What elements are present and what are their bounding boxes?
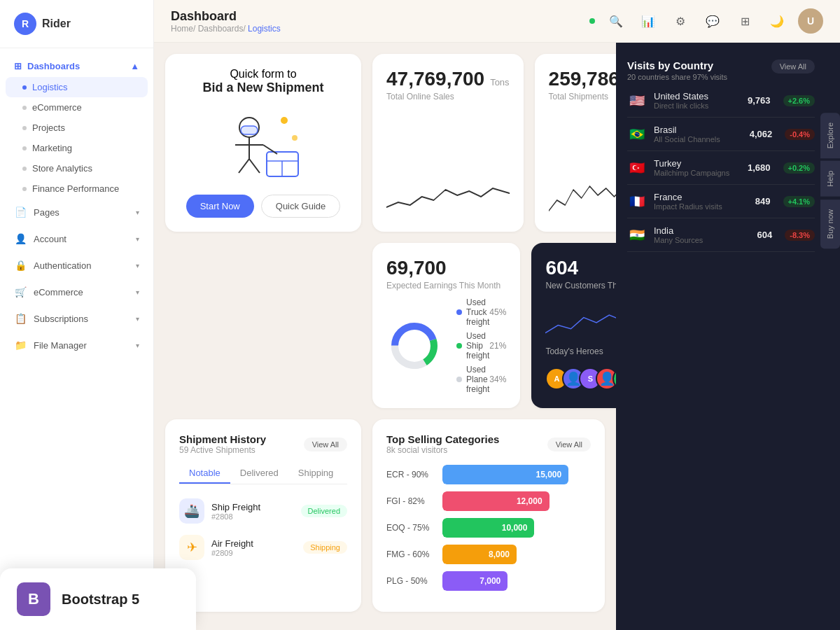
file-manager-icon: 📁 (14, 339, 27, 351)
shipment-tabs: Notable Delivered Shipping (179, 463, 347, 484)
bar-container-2: 12,000 (442, 491, 591, 511)
us-name: United States (654, 91, 741, 102)
visits-title: Visits by Country (627, 59, 727, 71)
shipment-illustration (214, 106, 312, 183)
sidebar-section-dashboards[interactable]: ⊞ Dashboards ▲ (0, 55, 153, 77)
sidebar-item-projects[interactable]: Projects (0, 118, 153, 138)
explore-tab[interactable]: Explore (820, 113, 840, 158)
tab-notable[interactable]: Notable (179, 463, 230, 484)
pages-icon: 📄 (14, 206, 27, 218)
country-row-in: 🇮🇳 India Many Sources 604 -8.3% (627, 218, 815, 252)
shipments-chart (549, 110, 616, 218)
in-visits: 604 (757, 230, 773, 240)
bar-label-4: FMG - 60% (386, 550, 435, 559)
file-manager-label: File Manager (34, 340, 87, 351)
in-flag: 🇮🇳 (627, 228, 647, 242)
shipment-header: Shipment History 59 Active Shipments Vie… (179, 433, 347, 455)
buy-now-tab[interactable]: Buy now (820, 200, 840, 248)
ship-freight-icon: 🚢 (179, 498, 204, 524)
country-row-fr: 🇫🇷 France Impact Radius visits 849 +4.1% (627, 185, 815, 218)
top-cards-row: Quick form to Bid a New Shipment (165, 54, 605, 232)
messages-icon[interactable]: 💬 (701, 10, 724, 32)
breadcrumb: Home/ Dashboards/ Logistics (171, 24, 281, 34)
start-now-button[interactable]: Start Now (186, 195, 254, 218)
page-title: Dashboard (171, 9, 281, 24)
visits-header: Visits by Country 20 countries share 97%… (627, 59, 815, 81)
sales-chart (386, 110, 510, 218)
bar-label-2: FGI - 82% (386, 496, 435, 506)
us-flag: 🇺🇸 (627, 94, 647, 108)
active-dot (22, 85, 27, 90)
sidebar-item-ecommerce[interactable]: eCommerce (0, 97, 153, 118)
settings-icon[interactable]: ⚙ (669, 10, 692, 32)
tab-shipping[interactable]: Shipping (288, 463, 344, 484)
search-icon[interactable]: 🔍 (605, 10, 627, 32)
visits-header-left: Visits by Country 20 countries share 97%… (627, 59, 727, 81)
in-info: India Many Sources (654, 225, 750, 244)
sidebar-item-ecommerce-parent[interactable]: 🛒 eCommerce ▾ (0, 279, 153, 305)
dot-icon (22, 167, 27, 171)
sidebar-item-finance[interactable]: Finance Performance (0, 178, 153, 199)
breadcrumb-home[interactable]: Home/ (171, 24, 198, 34)
content-area: Quick form to Bid a New Shipment (154, 43, 840, 630)
sidebar-item-file-manager[interactable]: 📁 File Manager ▾ (0, 332, 153, 358)
help-tab[interactable]: Help (820, 161, 840, 197)
total-sales-number: 47,769,700 (386, 68, 484, 90)
stat-top-2: 259,786 Total Shipments (549, 68, 616, 102)
svg-line-4 (249, 159, 260, 173)
tab-delivered[interactable]: Delivered (230, 463, 288, 484)
total-sales-label: Total Online Sales (386, 92, 510, 102)
breadcrumb-dashboards[interactable]: Dashboards/ (198, 24, 248, 34)
bar-row-1: ECR - 90% 15,000 (386, 465, 591, 484)
ecommerce-parent-icon: 🛒 (14, 286, 27, 298)
heroes-label: Today's Heroes (545, 346, 616, 356)
side-tabs: Explore Help Buy now (820, 113, 840, 248)
sidebar-item-logistics[interactable]: Logistics (6, 77, 148, 97)
sidebar-item-marketing[interactable]: Marketing (0, 138, 153, 158)
projects-label: Projects (32, 122, 65, 133)
dot-icon (22, 126, 27, 130)
bottom-cards-row: Shipment History 59 Active Shipments Vie… (165, 419, 605, 612)
logo-icon: R (14, 13, 36, 35)
theme-icon[interactable]: 🌙 (766, 10, 788, 32)
sidebar: R Rider ⊞ Dashboards ▲ Logistics eCommer… (0, 0, 154, 630)
plane-pct: 34% (489, 374, 506, 384)
pages-label: Pages (34, 207, 59, 218)
app-name: Rider (42, 18, 71, 30)
ship-name-2: Air Freight (211, 538, 296, 549)
bootstrap-letter: B (28, 590, 39, 608)
sidebar-item-account[interactable]: 👤 Account ▾ (0, 225, 153, 252)
dot-icon (22, 106, 27, 110)
chevron-icon: ▾ (136, 342, 139, 349)
sidebar-item-store-analytics[interactable]: Store Analytics (0, 158, 153, 178)
chevron-icon: ▾ (136, 288, 139, 296)
donut-section: Used Truck freight 45% Used Ship freight… (386, 298, 506, 394)
dot-icon (22, 146, 27, 150)
user-avatar[interactable]: U (798, 8, 823, 34)
shipment-header-left: Shipment History 59 Active Shipments (179, 433, 266, 455)
shipment-view-all-button[interactable]: View All (304, 438, 347, 451)
quick-guide-button[interactable]: Quick Guide (261, 195, 341, 218)
bar-row-4: FMG - 60% 8,000 (386, 545, 591, 564)
chart-icon[interactable]: 📊 (637, 10, 659, 32)
svg-point-9 (281, 117, 288, 124)
customers-number: 604 (545, 257, 616, 279)
top-selling-view-all-button[interactable]: View All (547, 438, 591, 451)
country-row-br: 🇧🇷 Brasil All Social Channels 4,062 -0.4… (627, 118, 815, 151)
plane-dot (456, 377, 462, 382)
visits-view-all-button[interactable]: View All (771, 59, 815, 74)
sidebar-item-subscriptions[interactable]: 📋 Subscriptions ▾ (0, 305, 153, 332)
us-visits: 9,763 (748, 95, 771, 106)
dashboards-label: Dashboards (27, 61, 80, 71)
bar-value-4: 8,000 (489, 550, 510, 559)
header-left: Dashboard Home/ Dashboards/ Logistics (171, 9, 281, 34)
tr-change: +0.2% (783, 162, 816, 174)
ship-id-1: #2808 (211, 512, 294, 521)
tr-flag: 🇹🇷 (627, 161, 647, 175)
tr-visits: 1,680 (748, 162, 771, 173)
sidebar-item-authentication[interactable]: 🔒 Authentication ▾ (0, 252, 153, 279)
us-info: United States Direct link clicks (654, 91, 741, 110)
sidebar-item-pages[interactable]: 📄 Pages ▾ (0, 199, 153, 225)
bar-fill-2: 12,000 (442, 491, 550, 511)
grid-icon[interactable]: ⊞ (734, 10, 756, 32)
